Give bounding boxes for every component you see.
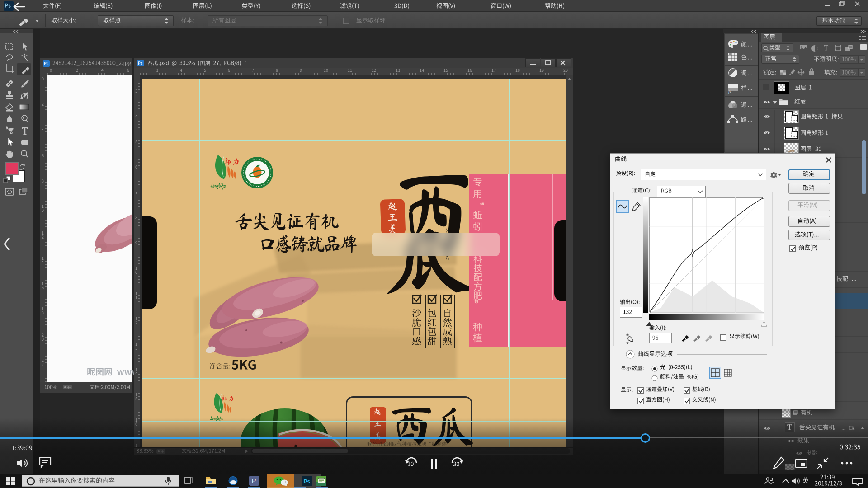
svg-text:P: P (252, 477, 256, 484)
svg-text:Ps: Ps (304, 479, 311, 485)
svg-text:fx: fx (728, 89, 731, 94)
